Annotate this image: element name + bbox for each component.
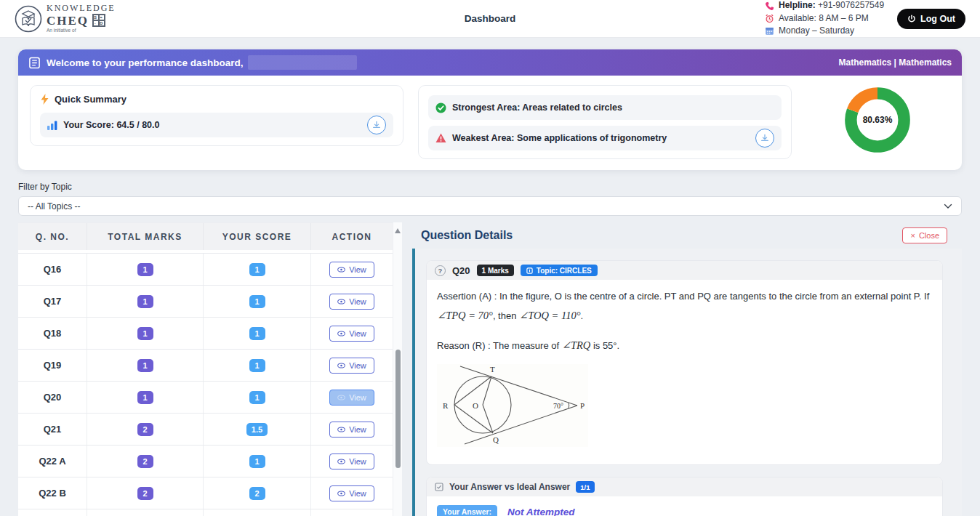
math-angle-trq: ∠TRQ — [562, 339, 591, 351]
total-marks-badge: 1 — [137, 359, 153, 372]
phone-icon — [765, 1, 774, 11]
checkbox-icon — [435, 483, 443, 491]
question-id-label: Q20 — [452, 265, 470, 276]
top-bar: KNOWLEDGE CHEQ S ⌁ · D An initiative of … — [0, 0, 980, 38]
table-row: Q21 2 1.5 View — [18, 414, 393, 446]
your-answer-badge: Your Answer: — [437, 505, 497, 516]
col-header-action: ACTION — [311, 223, 393, 250]
sd-letter-d: D — [99, 20, 105, 26]
figure-label-t: T — [490, 365, 495, 374]
total-marks-badge: 1 — [137, 327, 153, 340]
logo-line-2: CHEQ — [47, 15, 89, 27]
logo-text: KNOWLEDGE CHEQ S ⌁ · D An initiative of — [47, 4, 116, 33]
answer-comparison-card: Your Answer vs Ideal Answer 1/1 Your Ans… — [426, 477, 943, 516]
math-angle-toq: ∠TOQ = 110° — [519, 310, 580, 321]
table-row: Q16 1 1 View — [18, 254, 393, 286]
view-button-label: View — [349, 329, 366, 338]
math-angle-tpq: ∠TPQ = 70° — [437, 310, 493, 321]
question-card: ? Q20 1 Marks Topic: CIRCLES Assertion — [426, 260, 943, 465]
strongest-area-label: Strongest Area: Areas related to circles — [452, 102, 622, 113]
lightning-icon — [40, 94, 49, 105]
alarm-clock-icon — [765, 14, 774, 23]
scrollbar-thumb[interactable] — [395, 350, 401, 468]
logo-line-1: KNOWLEDGE — [47, 4, 116, 12]
topic-badge-label: Topic: CIRCLES — [537, 267, 592, 275]
download-icon — [372, 121, 381, 129]
your-score-badge: 1 — [249, 391, 265, 404]
figure-label-r: R — [443, 401, 449, 410]
strongest-area-row: Strongest Area: Areas related to circles — [428, 95, 782, 120]
table-scroll-viewport[interactable]: Q16 1 1 View Q17 1 1 — [18, 250, 393, 516]
download-icon — [760, 134, 769, 142]
reason-text: Reason (R) : The measure of ∠TRQ is 55°. — [437, 336, 932, 356]
view-button-label: View — [349, 265, 366, 274]
student-name-placeholder — [248, 55, 357, 70]
eye-icon — [337, 331, 345, 336]
power-icon — [907, 15, 916, 23]
total-marks-badge: 2 — [137, 455, 153, 468]
logo-emblem-icon — [15, 5, 42, 33]
close-icon: × — [910, 231, 915, 240]
weakest-area-label: Weakest Area: Some applications of trigo… — [452, 133, 667, 143]
view-button[interactable]: View — [329, 422, 374, 438]
eye-icon — [337, 363, 345, 368]
your-score-badge: 1 — [249, 295, 265, 308]
view-button[interactable]: View — [329, 262, 374, 278]
table-row: Q17 1 1 View — [18, 286, 393, 318]
report-icon — [28, 57, 41, 69]
table-row: Q19 1 1 View — [18, 350, 393, 382]
table-row: Q22 B 2 2 View — [18, 477, 393, 509]
view-button-label: View — [349, 457, 366, 466]
question-details-body: ? Q20 1 Marks Topic: CIRCLES Assertion — [412, 249, 962, 516]
view-button[interactable]: View — [329, 358, 374, 374]
answer-card-header: Your Answer vs Ideal Answer 1/1 — [427, 477, 942, 496]
logout-button[interactable]: Log Out — [897, 9, 965, 29]
question-number: Q17 — [44, 296, 62, 307]
eye-icon — [337, 459, 345, 464]
download-score-button[interactable] — [367, 116, 386, 134]
helpline-label: Helpline: — [779, 0, 816, 10]
sd-letter-s: S — [93, 15, 99, 20]
table-body: Q16 1 1 View Q17 1 1 — [18, 250, 393, 516]
eye-icon — [337, 267, 345, 273]
sd-cell-tr: ⌁ — [99, 15, 105, 20]
total-marks-badge: 1 — [137, 263, 153, 276]
your-score-badge: 1 — [249, 327, 265, 340]
scroll-up-icon[interactable] — [395, 228, 401, 233]
close-button[interactable]: × Close — [902, 227, 947, 243]
total-marks-badge: 1 — [137, 295, 153, 308]
table-scrollbar[interactable] — [393, 222, 402, 516]
view-button-label: View — [349, 361, 366, 370]
assertion-text: Assertion (A) : In the figure, O is the … — [437, 288, 932, 326]
brand-logo: KNOWLEDGE CHEQ S ⌁ · D An initiative of — [15, 4, 116, 33]
question-number: Q16 — [44, 264, 62, 275]
eye-icon — [337, 491, 345, 496]
question-number: Q19 — [44, 360, 62, 371]
logout-label: Log Out — [920, 14, 955, 24]
contact-info: Helpline: +91-9076257549 Available: 8 AM… — [765, 0, 884, 38]
eye-icon — [337, 427, 345, 432]
sd-initiative-logo: S ⌁ · D — [92, 14, 105, 27]
warning-triangle-icon — [435, 133, 446, 143]
helpline-number: +91-9076257549 — [818, 0, 884, 10]
table-row: Q18 1 1 View — [18, 318, 393, 350]
view-button[interactable]: View — [329, 294, 374, 310]
view-button[interactable]: View — [329, 326, 374, 342]
view-button[interactable]: View — [329, 390, 374, 406]
view-button[interactable]: View — [329, 485, 374, 501]
download-areas-button[interactable] — [755, 129, 774, 148]
topic-icon — [526, 267, 533, 274]
close-button-label: Close — [919, 231, 939, 240]
col-header-score: YOUR SCORE — [204, 223, 311, 250]
filter-by-topic-label: Filter by Topic — [18, 182, 962, 192]
view-button-label: View — [349, 297, 366, 306]
question-number: Q22 B — [39, 488, 66, 499]
your-score-badge: 1 — [249, 263, 265, 276]
quick-summary-card: Quick Summary Your Score: 64.5 / 80.0 — [30, 85, 403, 146]
eye-icon — [337, 395, 345, 400]
question-number: Q20 — [44, 392, 62, 403]
view-button[interactable]: View — [329, 453, 374, 469]
topic-select-value: -- All Topics -- — [28, 201, 80, 211]
topic-select[interactable]: -- All Topics -- — [18, 196, 962, 216]
available-hours: Available: 8 AM – 6 PM — [779, 12, 869, 25]
